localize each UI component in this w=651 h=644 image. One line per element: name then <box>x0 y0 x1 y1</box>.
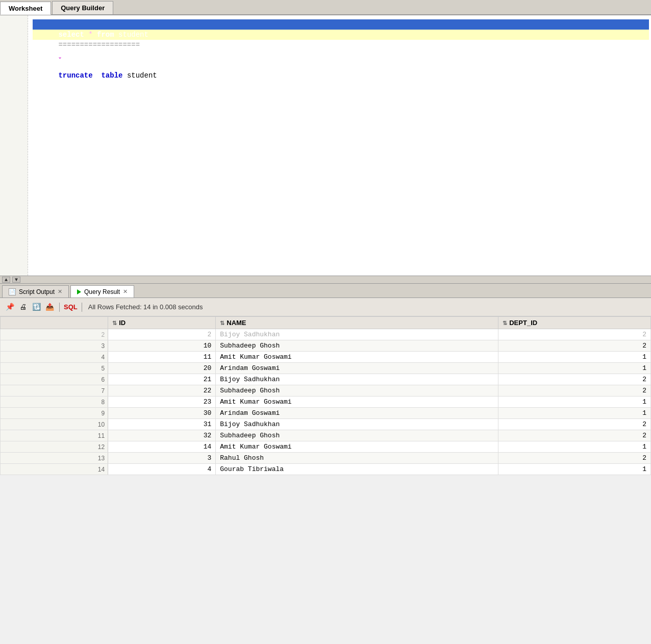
print-button[interactable]: 🖨 <box>17 302 29 313</box>
deptid-sort-icon[interactable]: ⇅ <box>503 320 507 327</box>
script-output-close[interactable]: ✕ <box>58 288 62 295</box>
cell-id: 23 <box>108 397 216 408</box>
table-row: 621Bijoy Sadhukhan2 <box>1 374 651 385</box>
table-row: 22Bijoy Sadhukhan2 <box>1 329 651 340</box>
splitter-up-arrow[interactable]: ▲ <box>2 277 10 283</box>
code-line-12 <box>33 132 649 142</box>
refresh-button[interactable]: 🔃 <box>31 302 42 313</box>
result-toolbar: 📌 🖨 🔃 📤 SQL All Rows Fetched: 14 in 0.00… <box>0 298 651 316</box>
cell-rownum: 5 <box>1 363 108 374</box>
kw-table: table <box>101 71 122 80</box>
splitter[interactable]: ▲ ▼ <box>0 276 651 284</box>
cell-dept-id: 2 <box>498 430 651 441</box>
cell-name: Bijoy Sadhukhan <box>216 329 498 340</box>
script-output-label: Script Output <box>19 288 55 295</box>
status-text: All Rows Fetched: 14 in 0.008 seconds <box>88 303 203 311</box>
code-line-17 <box>33 183 649 193</box>
cell-name: Arindam Goswami <box>216 408 498 419</box>
cell-name: Amit Kumar Goswami <box>216 397 498 408</box>
code-line-7 <box>33 81 649 91</box>
col-id-header[interactable]: ⇅ID <box>108 317 216 329</box>
tab-script-output[interactable]: 📄 Script Output ✕ <box>2 285 69 298</box>
cell-id: 32 <box>108 430 216 441</box>
cell-id: 11 <box>108 352 216 363</box>
name-sort-icon[interactable]: ⇅ <box>220 320 224 327</box>
cell-name: Arindam Goswami <box>216 363 498 374</box>
cell-rownum: 8 <box>1 397 108 408</box>
text-student1: student <box>118 31 148 39</box>
kw-select: select <box>58 31 84 39</box>
table-row: 310Subhadeep Ghosh2 <box>1 340 651 352</box>
id-sort-icon[interactable]: ⇅ <box>112 320 117 327</box>
col-rownum-header <box>1 317 108 329</box>
line-number-gutter <box>0 15 28 276</box>
cell-rownum: 2 <box>1 329 108 340</box>
table-row: 930Arindam Goswami1 <box>1 408 651 419</box>
splitter-down-arrow[interactable]: ▼ <box>12 277 20 283</box>
query-result-close[interactable]: ✕ <box>123 288 128 295</box>
cell-id: 22 <box>108 385 216 397</box>
query-result-label: Query Result <box>84 288 120 295</box>
code-line-14 <box>33 152 649 162</box>
cell-id: 3 <box>108 453 216 464</box>
table-row: 823Amit Kumar Goswami1 <box>1 397 651 408</box>
tab-query-result[interactable]: Query Result ✕ <box>70 285 134 298</box>
kw-truncate: truncate <box>58 71 92 80</box>
cell-id: 31 <box>108 419 216 430</box>
cell-dept-id: 2 <box>498 419 651 430</box>
cell-dept-id: 1 <box>498 352 651 363</box>
code-line-22 <box>33 234 649 244</box>
cell-rownum: 4 <box>1 352 108 363</box>
kw-from: from <box>97 31 114 39</box>
cell-rownum: 7 <box>1 385 108 397</box>
code-area[interactable]: select * from student ==================… <box>31 15 651 248</box>
sym-star: * <box>88 31 92 39</box>
result-table: ⇅ID ⇅NAME ⇅DEPT_ID 22Bijoy Sadhukhan2310… <box>0 316 651 475</box>
result-table-container[interactable]: ⇅ID ⇅NAME ⇅DEPT_ID 22Bijoy Sadhukhan2310… <box>0 316 651 475</box>
table-row: 411Amit Kumar Goswami1 <box>1 352 651 363</box>
col-name-header[interactable]: ⇅NAME <box>216 317 498 329</box>
text-student2: student <box>127 71 157 80</box>
cell-id: 21 <box>108 374 216 385</box>
code-line-20 <box>33 213 649 224</box>
cell-name: Subhadeep Ghosh <box>216 340 498 352</box>
cell-dept-id: 2 <box>498 453 651 464</box>
table-row: 1132Subhadeep Ghosh2 <box>1 430 651 441</box>
col-deptid-header[interactable]: ⇅DEPT_ID <box>498 317 651 329</box>
tab-query-builder[interactable]: Query Builder <box>52 1 113 14</box>
cell-dept-id: 1 <box>498 397 651 408</box>
code-line-11 <box>33 121 649 132</box>
code-line-5[interactable]: truncate table student <box>33 60 649 70</box>
cell-rownum: 11 <box>1 430 108 441</box>
cell-rownum: 10 <box>1 419 108 430</box>
cell-name: Amit Kumar Goswami <box>216 352 498 363</box>
table-header-row: ⇅ID ⇅NAME ⇅DEPT_ID <box>1 317 651 329</box>
cell-name: Bijoy Sadhukhan <box>216 419 498 430</box>
cell-rownum: 14 <box>1 464 108 475</box>
cell-dept-id: 1 <box>498 408 651 419</box>
code-line-13 <box>33 142 649 152</box>
worksheet-label: Worksheet <box>9 5 42 12</box>
cell-id: 4 <box>108 464 216 475</box>
cell-rownum: 9 <box>1 408 108 419</box>
bottom-tab-bar: 📄 Script Output ✕ Query Result ✕ <box>0 284 651 298</box>
code-line-21 <box>33 224 649 234</box>
export-button[interactable]: 📤 <box>44 302 55 313</box>
code-line-16 <box>33 172 649 183</box>
pin-button[interactable]: 📌 <box>4 302 15 313</box>
cell-id: 20 <box>108 363 216 374</box>
script-output-icon: 📄 <box>9 288 16 295</box>
cell-dept-id: 1 <box>498 464 651 475</box>
table-row: 1214Amit Kumar Goswami1 <box>1 441 651 453</box>
cell-id: 10 <box>108 340 216 352</box>
tab-worksheet[interactable]: Worksheet <box>0 2 51 15</box>
top-tab-bar: Worksheet Query Builder <box>0 0 651 15</box>
sql-label[interactable]: SQL <box>64 303 78 311</box>
cell-name: Rahul Ghosh <box>216 453 498 464</box>
cell-name: Bijoy Sadhukhan <box>216 374 498 385</box>
toolbar-separator-2 <box>82 303 82 312</box>
editor-area[interactable]: select * from student ==================… <box>0 15 651 276</box>
code-line-1[interactable]: select * from student <box>33 19 649 30</box>
table-row: 144Gourab Tibriwala1 <box>1 464 651 475</box>
cell-name: Amit Kumar Goswami <box>216 441 498 453</box>
